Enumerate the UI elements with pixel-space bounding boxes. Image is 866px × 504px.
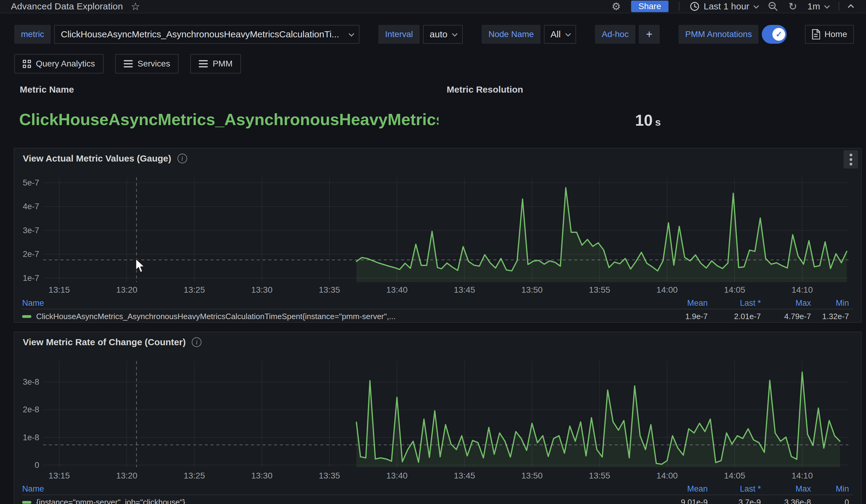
legend-header-last[interactable]: Last *: [708, 484, 761, 494]
legend-series-name[interactable]: ClickHouseAsyncMetrics_AsynchronousHeavy…: [22, 312, 656, 321]
legend-header-mean[interactable]: Mean: [656, 298, 708, 308]
x-tick-label: 13:45: [443, 471, 486, 481]
interval-dropdown[interactable]: auto: [423, 25, 463, 44]
dashboard-title: Advanced Data Exploration: [11, 1, 123, 12]
y-axis-labels: 1e-72e-73e-74e-75e-7: [14, 177, 39, 282]
x-tick-label: 13:50: [511, 471, 553, 481]
panel-header[interactable]: View Actual Metric Values (Gauge) i: [23, 153, 187, 164]
x-tick-label: 13:40: [376, 285, 418, 295]
x-tick-label: 14:05: [713, 471, 756, 481]
x-tick-label: 13:45: [443, 285, 486, 295]
legend-series-row: ClickHouseAsyncMetrics_AsynchronousHeavy…: [22, 309, 853, 323]
y-tick-label: 3e-8: [14, 377, 39, 387]
legend-series-name[interactable]: {instance="pmm-server", job="clickhouse"…: [22, 497, 656, 504]
timeseries-chart[interactable]: [43, 361, 848, 469]
menu-icon: [124, 60, 133, 67]
chevron-down-icon: [566, 31, 571, 36]
y-tick-label: 0: [14, 460, 39, 470]
chevron-down-icon: [753, 3, 759, 9]
divider: [679, 2, 679, 11]
series-mean-value: 9.01e-9: [656, 497, 708, 504]
panel-menu-kebab-icon[interactable]: [844, 150, 858, 169]
metric-dropdown[interactable]: ClickHouseAsyncMetrics_AsynchronousHeavy…: [54, 25, 359, 44]
x-tick-label: 13:35: [308, 285, 351, 295]
panel-header[interactable]: View Metric Rate of Change (Counter) i: [23, 337, 201, 347]
top-navbar: Advanced Data Exploration ☆ ⚙ Share Last…: [0, 0, 866, 13]
share-button[interactable]: Share: [631, 1, 668, 12]
y-tick-label: 1e-7: [14, 273, 39, 283]
y-axis-labels: 01e-82e-83e-8: [14, 361, 39, 467]
collapse-navbar-icon[interactable]: [848, 4, 854, 10]
legend-header-last[interactable]: Last *: [708, 298, 761, 308]
x-tick-label: 13:55: [578, 471, 621, 481]
y-tick-label: 2e-7: [14, 249, 39, 259]
metric-name-header: Metric Name: [20, 84, 74, 95]
resolution-number: 10: [635, 112, 653, 129]
time-range-picker[interactable]: Last 1 hour: [690, 1, 757, 12]
metric-label: metric: [14, 25, 51, 44]
y-tick-label: 4e-7: [14, 202, 39, 211]
adhoc-label: Ad-hoc: [595, 25, 635, 44]
x-tick-label: 14:00: [646, 471, 688, 481]
series-max-value: 4.79e-7: [761, 312, 811, 321]
x-tick-label: 14:00: [646, 285, 688, 295]
x-tick-label: 13:30: [241, 471, 283, 481]
pmm-annotations-toggle[interactable]: ✓: [762, 25, 787, 44]
y-tick-label: 1e-8: [14, 433, 39, 442]
node-name-dropdown-value: All: [551, 29, 560, 39]
refresh-interval-picker[interactable]: 1m: [807, 1, 828, 12]
x-tick-label: 13:50: [511, 285, 553, 295]
pmm-label: PMM: [213, 59, 232, 69]
apps-grid-icon: [23, 60, 31, 68]
x-tick-label: 13:25: [173, 471, 215, 481]
services-button[interactable]: Services: [115, 54, 179, 73]
panel-title: View Metric Rate of Change (Counter): [23, 337, 186, 347]
home-button-label: Home: [824, 30, 847, 39]
x-tick-label: 13:30: [241, 285, 283, 295]
series-color-swatch: [22, 315, 31, 318]
quick-links: Query Analytics Services PMM: [14, 54, 241, 73]
adhoc-add-button[interactable]: +: [639, 25, 660, 44]
toggle-check-icon: ✓: [773, 28, 785, 41]
x-tick-label: 13:25: [173, 285, 215, 295]
legend-header-mean[interactable]: Mean: [656, 484, 708, 494]
timeseries-chart[interactable]: [43, 177, 848, 283]
series-max-value: 3.36e-8: [761, 497, 811, 504]
chevron-down-icon: [824, 3, 830, 9]
legend-header-min[interactable]: Min: [811, 298, 849, 308]
query-analytics-button[interactable]: Query Analytics: [14, 54, 104, 73]
legend-header-max[interactable]: Max: [761, 298, 811, 308]
pmm-button[interactable]: PMM: [190, 54, 241, 73]
favorite-star-icon[interactable]: ☆: [131, 1, 140, 12]
x-tick-label: 13:20: [106, 285, 148, 295]
x-tick-label: 13:20: [106, 471, 148, 481]
info-icon[interactable]: i: [192, 337, 201, 347]
chart-canvas[interactable]: [43, 361, 848, 467]
chart-canvas[interactable]: [43, 177, 848, 282]
series-label: ClickHouseAsyncMetrics_AsynchronousHeavy…: [36, 312, 396, 321]
zoom-out-icon[interactable]: [768, 1, 778, 12]
panel-title: View Actual Metric Values (Gauge): [23, 153, 171, 164]
chevron-down-icon: [452, 31, 458, 36]
chevron-down-icon: [349, 31, 354, 36]
legend-header-max[interactable]: Max: [761, 484, 811, 494]
metric-name-value: ClickHouseAsyncMetrics_AsynchronousHeavy…: [19, 110, 438, 132]
legend-header-name[interactable]: Name: [22, 484, 656, 494]
series-last-value: 2.01e-7: [708, 312, 761, 321]
node-name-label: Node Name: [481, 25, 540, 44]
x-tick-label: 13:40: [376, 471, 418, 481]
home-button[interactable]: Home: [805, 25, 854, 44]
node-name-dropdown[interactable]: All: [544, 25, 576, 44]
x-tick-label: 14:05: [713, 285, 756, 295]
x-tick-label: 13:55: [578, 285, 621, 295]
legend-header-min[interactable]: Min: [811, 484, 849, 494]
pmm-annotations-label: PMM Annotations: [678, 25, 758, 44]
info-icon[interactable]: i: [177, 153, 187, 163]
legend-header-name[interactable]: Name: [22, 298, 656, 308]
interval-dropdown-value: auto: [430, 29, 447, 39]
refresh-icon[interactable]: ↻: [789, 1, 797, 12]
panel-rate-of-change: View Metric Rate of Change (Counter) i 0…: [14, 332, 862, 504]
y-tick-label: 2e-8: [14, 405, 39, 414]
settings-gear-icon[interactable]: ⚙: [612, 1, 621, 12]
metric-dropdown-value: ClickHouseAsyncMetrics_AsynchronousHeavy…: [61, 29, 339, 39]
